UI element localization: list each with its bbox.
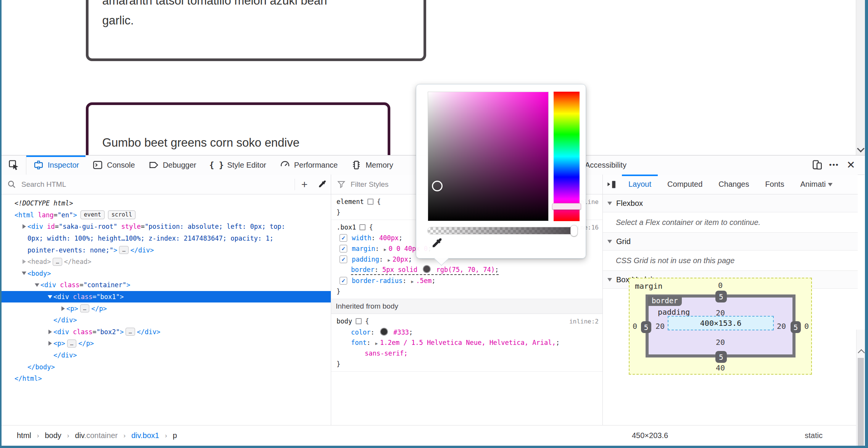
node-badge[interactable]: scroll xyxy=(108,210,135,219)
expand-arrow-icon[interactable]: ▶ xyxy=(375,341,378,346)
markup-line[interactable]: </body> xyxy=(2,361,331,373)
css-property-border-radius[interactable]: ✓border-radius: ▶.5em; xyxy=(331,275,602,286)
expand-arrow-icon[interactable] xyxy=(21,224,27,229)
add-node-button[interactable]: + xyxy=(296,175,313,194)
markup-line[interactable]: <div class="box2">…</div> xyxy=(2,326,331,338)
scrollbar-thumb[interactable] xyxy=(858,358,864,448)
rule-source-link[interactable]: inline:2 xyxy=(569,318,599,325)
node-badge[interactable]: event xyxy=(81,210,105,219)
padding-bottom-value[interactable]: 20 xyxy=(630,338,811,347)
responsive-design-button[interactable] xyxy=(809,155,826,175)
border-left-value[interactable]: 5 xyxy=(641,321,651,333)
tabs-overflow-button[interactable] xyxy=(828,181,833,188)
ellipsis-expander[interactable]: … xyxy=(80,304,89,312)
border-right-value[interactable]: 5 xyxy=(791,321,801,333)
sidebar-toggle-button[interactable] xyxy=(603,175,620,194)
eyedropper-button[interactable] xyxy=(313,175,331,194)
markup-line[interactable]: <body> xyxy=(2,268,331,280)
grid-section-header[interactable]: Grid xyxy=(603,233,858,251)
rule-selector[interactable]: body{inline:2 xyxy=(331,316,602,327)
margin-left-value[interactable]: 0 xyxy=(633,322,637,331)
expand-arrow-icon[interactable] xyxy=(47,341,53,346)
tab-style-editor[interactable]: { } Style Editor xyxy=(203,155,273,175)
markup-line-selected[interactable]: <div class="box1"> xyxy=(2,291,331,303)
scroll-down-icon[interactable] xyxy=(857,145,865,152)
color-swatch[interactable] xyxy=(380,328,388,336)
markup-line[interactable]: <!DOCTYPE html> xyxy=(2,197,331,209)
markup-line[interactable]: <p>…</p> xyxy=(2,302,331,314)
expand-arrow-icon[interactable] xyxy=(47,330,53,334)
tab-animations[interactable]: Animati xyxy=(792,175,827,194)
hue-slider[interactable] xyxy=(554,92,580,221)
highlight-target-icon[interactable] xyxy=(367,199,374,205)
box-model-content[interactable]: 400×153.6 xyxy=(668,316,774,330)
markup-line[interactable]: pointer-events: none;">…</div> xyxy=(2,244,331,256)
hue-handle[interactable] xyxy=(552,203,581,210)
ellipsis-expander[interactable]: … xyxy=(67,340,76,348)
highlight-target-icon[interactable] xyxy=(356,318,362,324)
css-property-color[interactable]: color: #333; xyxy=(331,327,602,337)
tab-changes[interactable]: Changes xyxy=(710,175,757,194)
alpha-handle[interactable] xyxy=(570,225,578,236)
padding-top-value[interactable]: 20 xyxy=(630,308,811,317)
breadcrumb-item-div-container[interactable]: div.container xyxy=(75,431,118,440)
breadcrumb-item-p[interactable]: p xyxy=(173,431,177,440)
close-devtools-button[interactable]: ✕ xyxy=(842,155,859,175)
markup-line[interactable]: 0px; width: 100%; height…100%; z-index: … xyxy=(2,233,331,244)
highlight-target-icon[interactable] xyxy=(359,224,366,230)
tab-performance[interactable]: Performance xyxy=(273,155,345,175)
collapse-arrow-icon[interactable] xyxy=(21,272,27,275)
border-top-value[interactable]: 5 xyxy=(715,291,727,302)
padding-right-value[interactable]: 20 xyxy=(777,322,786,331)
expand-arrow-icon[interactable]: ▶ xyxy=(388,258,390,263)
ellipsis-expander[interactable]: … xyxy=(53,258,62,266)
css-property-font[interactable]: font: ▶1.2em / 1.5 Helvetica Neue, Helve… xyxy=(331,337,602,348)
tab-computed[interactable]: Computed xyxy=(659,175,710,194)
property-checkbox[interactable]: ✓ xyxy=(340,277,347,285)
breadcrumb-item-body[interactable]: body xyxy=(45,431,61,440)
markup-line[interactable]: <html lang="en">eventscroll xyxy=(2,209,331,221)
collapse-arrow-icon[interactable] xyxy=(47,295,53,299)
expand-arrow-icon[interactable] xyxy=(21,259,27,264)
markup-line[interactable]: </div> xyxy=(2,349,331,361)
tab-layout[interactable]: Layout xyxy=(620,175,659,194)
meatball-menu-button[interactable]: ••• xyxy=(826,155,842,175)
node-picker-button[interactable] xyxy=(2,155,26,175)
sidebar-scrollbar[interactable] xyxy=(856,330,865,448)
expand-arrow-icon[interactable]: ▶ xyxy=(411,279,414,284)
picker-eyedropper-button[interactable] xyxy=(430,236,444,252)
ellipsis-expander[interactable]: … xyxy=(126,328,135,336)
property-checkbox[interactable]: ✓ xyxy=(340,245,347,252)
alpha-slider[interactable] xyxy=(427,227,578,235)
expand-arrow-icon[interactable]: ▶ xyxy=(384,247,386,252)
expand-arrow-icon[interactable] xyxy=(60,306,66,311)
color-swatch[interactable] xyxy=(423,265,431,273)
tab-accessibility[interactable]: Accessibility xyxy=(578,155,633,175)
markup-line[interactable]: <div id="saka-gui-root" style="position:… xyxy=(2,221,331,233)
ellipsis-expander[interactable]: … xyxy=(119,246,128,254)
tab-debugger[interactable]: Debugger xyxy=(142,155,203,175)
margin-right-value[interactable]: 0 xyxy=(804,322,809,331)
box-model-diagram[interactable]: margin 0 padding 400×153.6 border 5 5 5 … xyxy=(629,278,812,375)
tab-fonts[interactable]: Fonts xyxy=(757,175,792,194)
search-html-input[interactable] xyxy=(21,180,294,189)
markup-line[interactable]: </html> xyxy=(2,373,331,385)
markup-line[interactable]: <head>…</head> xyxy=(2,256,331,268)
padding-left-value[interactable]: 20 xyxy=(655,322,665,331)
margin-top-value[interactable]: 0 xyxy=(630,281,811,290)
markup-line[interactable]: <div class="container"> xyxy=(2,279,331,291)
tab-memory[interactable]: Memory xyxy=(344,155,399,175)
markup-line[interactable]: </div> xyxy=(2,314,331,326)
markup-line[interactable]: <p>…</p> xyxy=(2,338,331,349)
css-property-border[interactable]: border: 5px solid rgb(75, 70, 74); xyxy=(331,265,602,275)
scroll-up-icon[interactable] xyxy=(858,349,865,356)
collapse-arrow-icon[interactable] xyxy=(34,283,40,287)
breadcrumb-item-html[interactable]: html xyxy=(17,431,31,440)
property-checkbox[interactable]: ✓ xyxy=(340,234,347,242)
property-checkbox[interactable]: ✓ xyxy=(340,256,347,263)
flexbox-section-header[interactable]: Flexbox xyxy=(603,194,858,212)
tab-console[interactable]: Console xyxy=(85,155,141,175)
saturation-handle[interactable] xyxy=(432,181,443,191)
tab-inspector[interactable]: Inspector xyxy=(26,155,85,175)
margin-bottom-value[interactable]: 40 xyxy=(630,363,811,372)
